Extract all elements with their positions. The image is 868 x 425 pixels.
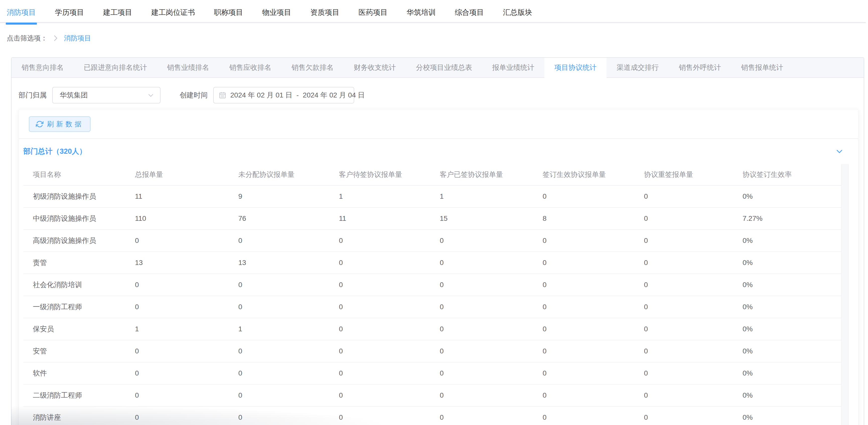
cell-pending-sign: 0	[339, 325, 440, 333]
cell-customer-signed: 1	[440, 192, 542, 200]
cell-rate: 0%	[743, 325, 841, 333]
date-start-value: 2024 年 02 月 01 日	[230, 90, 292, 100]
col-header-unassigned: 未分配协议报单量	[238, 170, 339, 179]
col-header-effective: 签订生效协议报单量	[542, 170, 644, 179]
cell-resign: 0	[644, 192, 743, 200]
top-nav-tabs: 消防项目 学历项目 建工项目 建工岗位证书 职称项目 物业项目 资质项目 医药项…	[7, 7, 868, 25]
cell-total: 0	[135, 303, 238, 311]
cell-resign: 0	[644, 347, 743, 355]
table-vertical-scrollbar[interactable]	[841, 164, 849, 425]
cell-total: 110	[135, 215, 238, 223]
stats-tab-order-performance[interactable]: 报单业绩统计	[482, 58, 545, 78]
cell-unassigned: 1	[238, 325, 339, 333]
col-header-resign: 协议重签报单量	[644, 170, 743, 179]
stats-panel: 刷新数据 部门总计（320人） 项目名称 总报单量 未分配协议报单量 客户待签协…	[19, 109, 859, 425]
cell-total: 0	[135, 347, 238, 355]
stats-tab-channel-deals[interactable]: 渠道成交排行	[607, 58, 669, 78]
cell-rate: 0%	[743, 192, 841, 200]
cell-rate: 0%	[743, 303, 841, 311]
top-nav-tab-construction-cert[interactable]: 建工岗位证书	[151, 7, 195, 25]
panel-toolbar: 刷新数据	[19, 109, 858, 132]
department-select[interactable]: 华筑集团	[52, 87, 160, 104]
department-label: 部门归属	[19, 90, 46, 100]
chevron-right-icon	[53, 35, 58, 41]
top-nav: 消防项目 学历项目 建工项目 建工岗位证书 职称项目 物业项目 资质项目 医药项…	[0, 0, 868, 24]
stats-tab-outbound-calls[interactable]: 销售外呼统计	[669, 58, 731, 78]
cell-project-name: 责管	[23, 258, 135, 267]
stats-tab-arrears-ranking[interactable]: 销售欠款排名	[281, 58, 344, 78]
cell-pending-sign: 0	[339, 281, 440, 289]
refresh-data-button[interactable]: 刷新数据	[29, 116, 91, 132]
top-nav-tab-construction[interactable]: 建工项目	[103, 7, 132, 25]
cell-customer-signed: 0	[440, 236, 542, 245]
cell-customer-signed: 0	[440, 391, 542, 399]
cell-project-name: 初级消防设施操作员	[23, 192, 135, 201]
cell-project-name: 高级消防设施操作员	[23, 236, 135, 246]
cell-customer-signed: 15	[440, 215, 542, 223]
cell-project-name: 一级消防工程师	[23, 302, 135, 312]
cell-rate: 7.27%	[743, 215, 841, 223]
filter-bar: 部门归属 华筑集团 创建时间 2024 年 02 月 01 日 - 20	[19, 87, 864, 104]
cell-pending-sign: 0	[339, 369, 440, 377]
cell-unassigned: 0	[238, 347, 339, 355]
stats-tab-followed-intent[interactable]: 已跟进意向排名统计	[74, 58, 157, 78]
create-time-range-picker[interactable]: 2024 年 02 月 01 日 - 2024 年 02 月 04 日	[213, 87, 354, 104]
top-nav-tab-huazhu-training[interactable]: 华筑培训	[407, 7, 436, 25]
cell-rate: 0%	[743, 281, 841, 289]
col-header-effective-rate: 协议签订生效率	[743, 170, 841, 179]
top-nav-tab-title[interactable]: 职称项目	[214, 7, 243, 25]
table-row: 初级消防设施操作员 11 9 1 1 0 0 0%	[23, 186, 841, 208]
cell-unassigned: 0	[238, 414, 339, 422]
calendar-icon	[219, 91, 226, 99]
cell-pending-sign: 0	[339, 259, 440, 267]
cell-rate: 0%	[743, 414, 841, 422]
cell-total: 0	[135, 281, 238, 289]
cell-rate: 0%	[743, 259, 841, 267]
cell-resign: 0	[644, 236, 743, 245]
top-nav-tab-education[interactable]: 学历项目	[55, 7, 84, 25]
table-row: 中级消防设施操作员 110 76 11 15 8 0 7.27%	[23, 208, 841, 230]
col-header-customer-signed: 客户已签协议报单量	[440, 170, 542, 179]
cell-pending-sign: 11	[339, 215, 440, 223]
table-row: 软件 0 0 0 0 0 0 0%	[23, 363, 841, 385]
cell-unassigned: 0	[238, 391, 339, 399]
top-nav-tab-comprehensive[interactable]: 综合项目	[455, 7, 484, 25]
cell-customer-signed: 0	[440, 281, 542, 289]
cell-project-name: 消防讲座	[23, 413, 135, 422]
cell-resign: 0	[644, 325, 743, 333]
stats-tab-receivable-ranking[interactable]: 销售应收排名	[219, 58, 281, 78]
top-nav-tab-medical[interactable]: 医药项目	[359, 7, 388, 25]
cell-pending-sign: 0	[339, 303, 440, 311]
cell-total: 0	[135, 414, 238, 422]
department-total-collapse-header[interactable]: 部门总计（320人）	[19, 139, 858, 164]
table-header-row: 项目名称 总报单量 未分配协议报单量 客户待签协议报单量 客户已签协议报单量 签…	[23, 164, 841, 186]
collapse-chevron-down-icon[interactable]	[836, 148, 843, 155]
cell-project-name: 社会化消防培训	[23, 280, 135, 290]
cell-effective: 0	[542, 391, 644, 399]
table-zone: 项目名称 总报单量 未分配协议报单量 客户待签协议报单量 客户已签协议报单量 签…	[23, 164, 858, 425]
cell-effective: 0	[542, 414, 644, 422]
stats-tab-finance[interactable]: 财务收支统计	[344, 58, 406, 78]
stats-tab-branch-performance[interactable]: 分校项目业绩总表	[406, 58, 482, 78]
date-separator: -	[296, 91, 299, 99]
top-nav-tab-summary[interactable]: 汇总版块	[503, 7, 532, 25]
chevron-down-icon	[148, 92, 154, 98]
cell-unassigned: 9	[238, 192, 339, 200]
cell-unassigned: 76	[238, 215, 339, 223]
stats-tab-sales-orders[interactable]: 销售报单统计	[731, 58, 793, 78]
cell-effective: 0	[542, 303, 644, 311]
breadcrumb-current[interactable]: 消防项目	[64, 34, 91, 43]
table-row: 安管 0 0 0 0 0 0 0%	[23, 340, 841, 363]
top-nav-tab-fire[interactable]: 消防项目	[7, 7, 36, 25]
cell-resign: 0	[644, 369, 743, 377]
cell-project-name: 软件	[23, 368, 135, 378]
stats-tab-project-agreement[interactable]: 项目协议统计	[545, 58, 607, 78]
cell-customer-signed: 0	[440, 303, 542, 311]
top-nav-tab-property[interactable]: 物业项目	[262, 7, 291, 25]
table-row: 责管 13 13 0 0 0 0 0%	[23, 252, 841, 274]
top-nav-tab-qualification[interactable]: 资质项目	[310, 7, 339, 25]
stats-tab-sales-performance[interactable]: 销售业绩排名	[157, 58, 219, 78]
stats-tab-intent-ranking[interactable]: 销售意向排名	[11, 58, 74, 78]
cell-pending-sign: 0	[339, 236, 440, 245]
refresh-button-label: 刷新数据	[47, 119, 84, 129]
